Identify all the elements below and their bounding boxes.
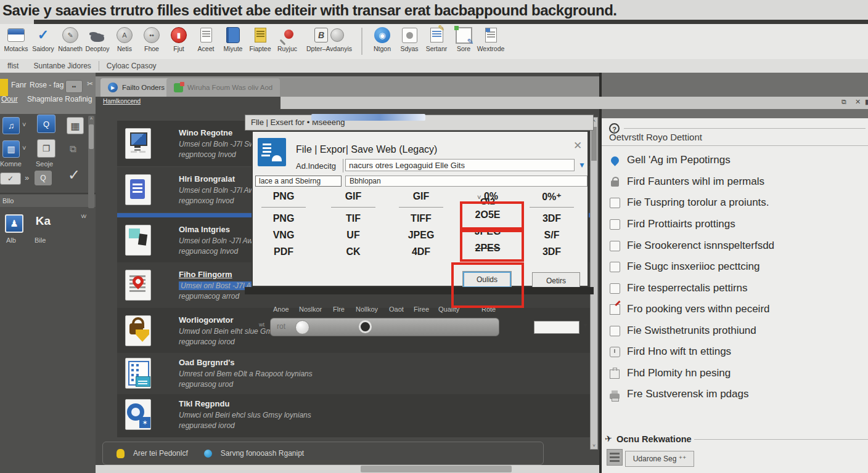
format-option[interactable]: TIF — [325, 210, 382, 227]
footer-link-1[interactable]: Arer tei Pedonlcf — [133, 449, 188, 458]
canvas-horizontal-scrollbar[interactable] — [96, 465, 599, 473]
chevron-down-icon[interactable]: ▼ — [582, 321, 589, 329]
settings-item-tuspring[interactable]: Fie Tuspring torolur a proiunts. — [602, 193, 868, 212]
scroll-up-icon[interactable]: ˄ — [88, 116, 94, 121]
checkbox-icon[interactable] — [609, 197, 620, 208]
toolbar-button-dpter-avdanyis[interactable]: BDpter–Avdanyis — [301, 26, 358, 52]
checkbox-icon[interactable] — [609, 240, 620, 251]
toolbar-button-ntgon[interactable]: ◉Ntgon — [369, 26, 396, 52]
toolbar-button-fjut[interactable]: ▮Fjut — [165, 26, 192, 52]
settings-item-faunters[interactable]: Fird Faunters wihl im permals — [602, 172, 868, 192]
toolbar-button-miyute[interactable]: Miyute — [219, 26, 247, 52]
chevron-down-icon[interactable]: ▼ — [578, 161, 586, 169]
toolbar-button-fiaptee[interactable]: Fiaptee — [247, 26, 274, 52]
format-option[interactable]: 2PES — [459, 240, 516, 256]
tab-wiruha[interactable]: Wiruha Foum Was oliv Aod — [166, 78, 280, 97]
format-option[interactable]: GIF — [325, 191, 382, 206]
format-option[interactable]: PDF — [255, 243, 312, 260]
list-icon-button[interactable] — [607, 449, 623, 466]
settings-item-plomity[interactable]: Fhd Plomity hn pesing — [602, 363, 868, 383]
quality-dropdown[interactable] — [534, 321, 579, 334]
window-icon[interactable]: ▮ — [865, 98, 868, 106]
settings-item-pooking[interactable]: Fro pooking vers withn peceird — [602, 299, 868, 319]
chevron-down-icon[interactable]: ˅ — [22, 144, 26, 152]
close-icon[interactable]: ✕ — [855, 98, 861, 106]
double-right-icon[interactable]: » — [25, 173, 29, 182]
checkbox-icon[interactable] — [609, 283, 620, 294]
toolbar-button-motacks[interactable]: Motacks — [2, 26, 30, 52]
settings-item-srookerenct[interactable]: Fie Srookerenct isnnspelterfsdd — [602, 236, 868, 256]
grid-tool[interactable]: ▦ — [67, 117, 84, 134]
format-option[interactable]: 3DF — [523, 210, 580, 227]
search-tool[interactable]: Q — [37, 115, 55, 133]
format-option[interactable]: 0%⁺ — [523, 191, 580, 206]
bile-shortcut-icon[interactable]: Ka — [32, 211, 54, 232]
slider-handle-right[interactable] — [359, 320, 372, 333]
scrollbar-thumb[interactable] — [89, 124, 94, 149]
format-option[interactable]: 3DF — [523, 243, 580, 260]
format-option[interactable]: VNG — [255, 227, 312, 243]
settings-item-pepotirngs[interactable]: Gell 'Ag im Pepotirngs — [602, 150, 868, 170]
left-panel-tab-shagmlare[interactable]: Shagmlare Roafinig — [27, 95, 92, 103]
checkbox-icon[interactable] — [609, 261, 620, 272]
toolbar-button-ruyjuc[interactable]: Ruyjuc — [274, 26, 301, 52]
format-option[interactable]: PNG — [255, 191, 312, 206]
toolbar-button-ndaneth[interactable]: ✎Ndaneth — [57, 26, 84, 52]
settings-item-sugc[interactable]: Fie Sugc insxeriioc pecttcing — [602, 257, 868, 277]
toolbar-button-sertanr[interactable]: Sertanr — [423, 26, 450, 52]
dialog-filename-input[interactable]: Bbhlopan — [345, 176, 588, 187]
format-option[interactable]: 4DF — [393, 243, 449, 260]
format-option[interactable]: TIFF — [393, 210, 449, 227]
music-tool[interactable]: ♫ — [2, 117, 20, 134]
format-option[interactable]: GIF — [393, 191, 449, 206]
scrollbar-thumb[interactable] — [361, 466, 512, 472]
double-chevron-icon[interactable]: ˅˅ — [81, 213, 86, 220]
layer-item[interactable]: Oad Bgrgnrd's Umrest onl Bem eDlt a Raop… — [117, 353, 590, 394]
checkbox-icon[interactable] — [609, 325, 620, 336]
format-option[interactable]: 2O5E — [459, 206, 516, 223]
layer-item[interactable]: ✶ Tlkl Regpndu Umwci onl Beiri ehcl slus… — [117, 394, 590, 437]
toolbar-button-wextrode[interactable]: Wextrode — [477, 26, 504, 52]
chevron-down-icon[interactable]: ˅ — [22, 121, 26, 128]
settings-item-swisthetrunits[interactable]: Fie Swisthetrunits prothiund — [602, 321, 868, 341]
toolbar-button-netis[interactable]: ANetis — [111, 26, 138, 52]
dialog-tab-face-and-sbeirng[interactable]: lace a and Sbeirng — [255, 176, 342, 187]
confirm-check-icon[interactable]: ✓ — [65, 166, 83, 184]
settings-item-tesperrectalis[interactable]: Fire tesperrectalis pettirns — [602, 278, 868, 298]
tab-failto-onders[interactable]: ▶ Failto Onders — [100, 78, 172, 97]
toolbar-button-aceet[interactable]: Aceet — [192, 26, 219, 52]
scissors-icon[interactable]: ✂ — [87, 79, 93, 88]
quality-slider-track[interactable]: rot ▼ — [270, 318, 499, 336]
format-option[interactable]: S/F — [523, 227, 580, 243]
alb-shortcut-icon[interactable]: ♟ — [5, 214, 23, 233]
format-option[interactable]: OI2 — [459, 196, 516, 206]
q-tool[interactable]: Q — [35, 171, 52, 185]
toolbar-button-fhoe[interactable]: ••Fhoe — [138, 26, 165, 52]
close-icon[interactable]: ✕ — [573, 139, 582, 152]
format-option[interactable]: PNG — [255, 210, 312, 227]
toolbar-button-saidory[interactable]: ✓Saidory — [30, 26, 57, 52]
toolbar-button-sore[interactable]: Sore — [450, 26, 477, 52]
format-option[interactable]: UF — [325, 227, 382, 243]
check-slider-tool[interactable]: ✓ — [0, 172, 21, 185]
left-panel-scrollbar[interactable]: ˄ — [88, 116, 94, 208]
folder-tool[interactable]: ❐ — [37, 139, 55, 158]
sheet-tool[interactable]: ▥ — [2, 140, 20, 158]
settings-item-prottiairts[interactable]: Fird Prottiairts prottings — [602, 214, 868, 234]
save-button[interactable]: Oulids — [462, 271, 512, 288]
footer-link-2[interactable]: Sarvng fonooash Rganipt — [221, 449, 304, 458]
puzzle-tool[interactable]: ⧉ — [64, 140, 81, 158]
format-option-selected[interactable]: JPEG — [459, 223, 516, 240]
format-option[interactable]: CK — [325, 243, 382, 260]
menu-item-cyloac[interactable]: Cyloac Cpasoy — [99, 62, 164, 70]
toolbar-button-sdyas[interactable]: Sdyas — [396, 26, 423, 52]
legacy-name-input[interactable]: nacurs otres Legoaguid Elle Gits — [345, 159, 575, 171]
checkbox-icon[interactable] — [609, 219, 620, 230]
format-option[interactable]: JPEG — [393, 227, 449, 243]
settings-item-hno[interactable]: Fird Hno wift tn ettings — [602, 342, 868, 362]
slider-handle-left[interactable] — [295, 320, 309, 334]
pencil-box-icon[interactable] — [609, 304, 620, 315]
left-panel-tab-oour[interactable]: Oour — [1, 95, 18, 103]
udarone-button[interactable]: Udarone Seg ⁺⁺ — [625, 451, 694, 467]
panel-band-bllo[interactable]: Bllo — [0, 195, 96, 207]
